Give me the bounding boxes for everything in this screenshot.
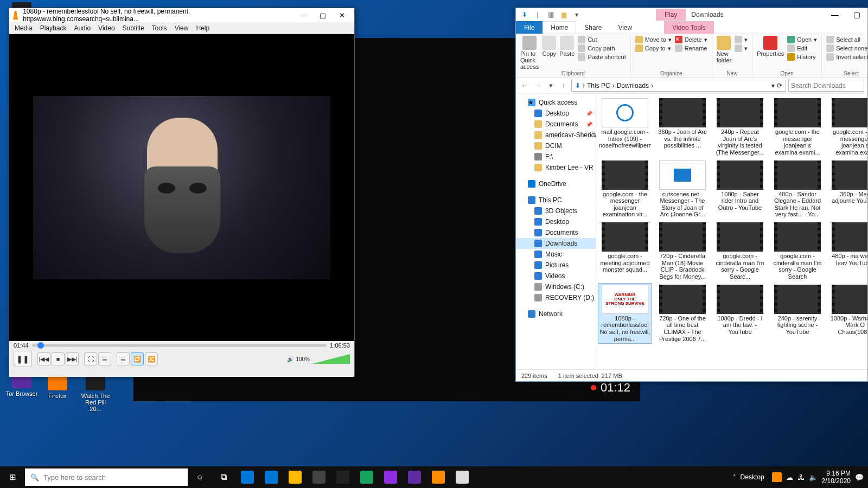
- playlist-button[interactable]: ☰: [117, 352, 130, 365]
- minimize-button[interactable]: —: [824, 10, 846, 19]
- nav-this-pc[interactable]: This PC: [516, 195, 596, 206]
- taskbar-app[interactable]: [426, 466, 450, 488]
- copy-path-button[interactable]: Copy path: [578, 44, 626, 52]
- file-item[interactable]: cutscenes.net - Messenger - The Story of…: [656, 159, 709, 220]
- cut-button[interactable]: Cut: [578, 36, 626, 43]
- file-item[interactable]: 720p - Cinderella Man (18) Movie CLIP - …: [656, 221, 709, 281]
- stop-button[interactable]: ■: [52, 352, 65, 365]
- taskbar-app[interactable]: [283, 466, 307, 488]
- nav-item[interactable]: RECOVERY (D:): [516, 292, 596, 303]
- qat-caret-icon[interactable]: ▾: [571, 10, 582, 20]
- tab-video-tools[interactable]: Video Tools: [664, 21, 714, 34]
- edit-button[interactable]: Edit: [787, 44, 817, 52]
- open-button[interactable]: Open ▾: [787, 36, 817, 43]
- properties-button[interactable]: Properties: [757, 36, 784, 57]
- nav-item[interactable]: americavr-Sheridan.: [516, 130, 596, 140]
- pause-button[interactable]: ❚❚: [14, 351, 32, 367]
- new-folder-button[interactable]: New folder: [717, 36, 732, 63]
- nav-item[interactable]: Kimber Lee - VR Pac: [516, 162, 596, 173]
- breadcrumb-bar[interactable]: ⬇ › This PC› Downloads› ▾ ⟳: [571, 80, 786, 92]
- file-item[interactable]: 720p - One of the all time best CLIMAX -…: [656, 284, 709, 344]
- select-all-button[interactable]: Select all: [826, 36, 868, 43]
- back-button[interactable]: ←: [519, 81, 530, 89]
- rename-button[interactable]: Rename: [675, 44, 707, 52]
- extended-settings-button[interactable]: ☰: [98, 352, 111, 365]
- cortana-button[interactable]: ○: [188, 466, 212, 488]
- action-center-button[interactable]: 💬: [855, 473, 864, 481]
- properties-icon[interactable]: ▥: [545, 10, 556, 20]
- invert-selection-button[interactable]: Invert selection: [826, 53, 868, 61]
- nav-item[interactable]: F:\: [516, 151, 596, 162]
- file-item[interactable]: 240p - Repeat Joan of Arc's virginity is…: [713, 97, 767, 157]
- up-button[interactable]: ↑: [558, 81, 569, 89]
- explorer-titlebar[interactable]: ⬇ | ▥ ▆ ▾ Play Downloads — ▢: [516, 8, 867, 21]
- show-hidden-icons[interactable]: ˄: [733, 474, 736, 481]
- nav-quick-access[interactable]: ★Quick access: [516, 97, 596, 108]
- file-item[interactable]: google.com - the messenger joanjean s ex…: [828, 97, 867, 157]
- file-item[interactable]: google.com - the messenger joanjean s ex…: [771, 97, 824, 157]
- previous-button[interactable]: |◀◀: [37, 352, 50, 365]
- taskbar-app[interactable]: [355, 466, 379, 488]
- desktop-icon-video[interactable]: Watch The Red Pill 20...: [79, 371, 112, 412]
- maximize-button[interactable]: ▢: [313, 11, 333, 20]
- next-button[interactable]: ▶▶|: [66, 352, 79, 365]
- nav-item[interactable]: Downloads: [516, 238, 596, 249]
- file-item[interactable]: 360p - Joan of Arc vs. the infinite poss…: [656, 97, 709, 157]
- vlc-titlebar[interactable]: 1080p - rememberlessfool No self, no fre…: [9, 8, 354, 22]
- shuffle-button[interactable]: 🔀: [145, 352, 158, 365]
- nav-item[interactable]: Documents📌: [516, 119, 596, 130]
- nav-item[interactable]: DCIM: [516, 140, 596, 151]
- nav-item[interactable]: 3D Objects: [516, 206, 596, 216]
- file-item[interactable]: google.com - meeting adjourned monster s…: [598, 221, 652, 281]
- tray-volume-icon[interactable]: 🔈: [809, 473, 818, 481]
- seek-bar[interactable]: [32, 344, 327, 347]
- menu-view[interactable]: View: [175, 24, 189, 32]
- taskbar-app[interactable]: [307, 466, 331, 488]
- taskbar-app[interactable]: [331, 466, 355, 488]
- nav-item[interactable]: Windows (C:): [516, 281, 596, 292]
- nav-network[interactable]: Network: [516, 309, 596, 319]
- file-item[interactable]: 1080p - Dredd - I am the law. - YouTube: [713, 284, 767, 344]
- nav-item[interactable]: Music: [516, 249, 596, 260]
- menu-audio[interactable]: Audio: [74, 24, 91, 32]
- tab-file[interactable]: File: [516, 21, 542, 34]
- nav-item[interactable]: Videos: [516, 271, 596, 281]
- new-item-button[interactable]: ▾: [735, 36, 748, 43]
- copy-to-button[interactable]: Copy to ▾: [635, 44, 672, 52]
- file-item[interactable]: WARNINGONLY THESTRONG SURVIVE1080p - rem…: [598, 284, 652, 344]
- nav-onedrive[interactable]: OneDrive: [516, 178, 596, 189]
- search-input[interactable]: [788, 80, 864, 92]
- file-content-area[interactable]: mail.google.com - Inbox (109) - noselfno…: [596, 94, 867, 369]
- tab-share[interactable]: Share: [576, 21, 610, 34]
- taskbar-app[interactable]: [235, 466, 259, 488]
- delete-button[interactable]: ✕Delete ▾: [675, 36, 707, 43]
- context-tab-play[interactable]: Play: [656, 9, 686, 21]
- menu-help[interactable]: Help: [196, 24, 209, 32]
- file-item[interactable]: 480p - ma we are leav YouTub...: [828, 221, 867, 281]
- easy-access-button[interactable]: ▾: [735, 44, 748, 52]
- maximize-button[interactable]: ▢: [846, 10, 867, 19]
- menu-tools[interactable]: Tools: [152, 24, 167, 32]
- nav-item[interactable]: Desktop: [516, 216, 596, 227]
- paste-shortcut-button[interactable]: Paste shortcut: [578, 53, 626, 61]
- forward-button[interactable]: →: [532, 81, 543, 89]
- select-none-button[interactable]: Select none: [826, 44, 868, 52]
- loop-button[interactable]: 🔁: [131, 352, 144, 365]
- tray-clock[interactable]: 9:16 PM 2/10/2020: [822, 470, 851, 485]
- taskbar-app[interactable]: [379, 466, 403, 488]
- tab-view[interactable]: View: [610, 21, 640, 34]
- taskbar-app[interactable]: [259, 466, 283, 488]
- file-item[interactable]: 480p - Sandor Clegane - Eddard Stark He …: [771, 159, 824, 220]
- file-item[interactable]: 360p - Mee adjourne YouTu...: [828, 159, 867, 220]
- nav-item[interactable]: Documents: [516, 227, 596, 238]
- recent-locations-button[interactable]: ▾: [545, 81, 556, 89]
- move-to-button[interactable]: Move to ▾: [635, 36, 672, 43]
- close-button[interactable]: ✕: [333, 11, 352, 20]
- down-arrow-icon[interactable]: ⬇: [519, 10, 530, 20]
- taskbar-search[interactable]: 🔍 Type here to search: [25, 468, 188, 486]
- vlc-video-area[interactable]: [9, 34, 354, 341]
- menu-subtitle[interactable]: Subtitle: [123, 24, 144, 32]
- taskbar-app[interactable]: [450, 466, 474, 488]
- refresh-button[interactable]: ⟳: [776, 82, 783, 89]
- fullscreen-button[interactable]: ⛶: [84, 352, 97, 365]
